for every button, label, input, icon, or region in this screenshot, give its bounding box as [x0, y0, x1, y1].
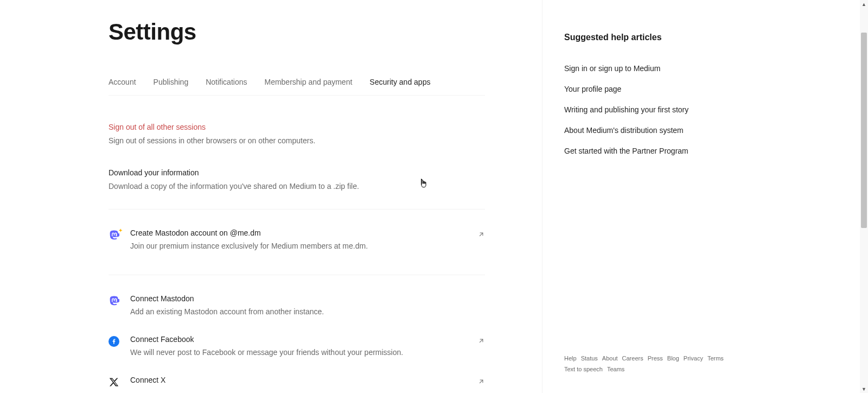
scrollbar-thumb[interactable]	[861, 33, 867, 228]
scrollbar-up-icon[interactable]: ▲	[860, 0, 868, 8]
scrollbar-down-icon[interactable]: ▼	[860, 385, 868, 393]
connect-mastodon-desc: Add an existing Mastodon account from an…	[130, 307, 485, 316]
connect-x-title: Connect X	[130, 376, 485, 384]
tab-notifications[interactable]: Notifications	[206, 78, 247, 86]
connect-x-item[interactable]: Connect X	[108, 376, 485, 389]
help-link-writing[interactable]: Writing and publishing your first story	[564, 105, 868, 114]
connect-facebook-desc: We will never post to Facebook or messag…	[130, 348, 485, 357]
footer-status[interactable]: Status	[581, 355, 598, 362]
download-info-title: Download your information	[108, 168, 485, 177]
tab-account[interactable]: Account	[108, 78, 136, 86]
help-link-sign-in[interactable]: Sign in or sign up to Medium	[564, 64, 868, 73]
help-articles-title: Suggested help articles	[564, 33, 868, 42]
footer-links: Help Status About Careers Press Blog Pri…	[564, 355, 760, 372]
divider	[108, 209, 485, 210]
mastodon-icon	[108, 295, 119, 306]
main-content: Settings Account Publishing Notification…	[0, 0, 542, 393]
tab-membership[interactable]: Membership and payment	[264, 78, 352, 86]
sign-out-sessions-desc: Sign out of sessions in other browsers o…	[108, 136, 485, 147]
footer-terms[interactable]: Terms	[707, 355, 724, 362]
download-info-item[interactable]: Download your information Download a cop…	[108, 168, 485, 192]
external-link-icon	[477, 337, 485, 347]
footer-privacy[interactable]: Privacy	[684, 355, 703, 362]
download-info-desc: Download a copy of the information you'v…	[108, 181, 485, 192]
tab-security-and-apps[interactable]: Security and apps	[369, 78, 430, 86]
connect-mastodon-item[interactable]: Connect Mastodon Add an existing Mastodo…	[108, 294, 485, 316]
connect-facebook-title: Connect Facebook	[130, 335, 485, 344]
scrollbar-track[interactable]: ▲ ▼	[860, 0, 868, 393]
help-links-list: Sign in or sign up to Medium Your profil…	[564, 64, 868, 155]
create-mastodon-desc: Join our premium instance exclusively fo…	[130, 242, 485, 250]
footer-teams[interactable]: Teams	[607, 366, 624, 372]
help-link-partner[interactable]: Get started with the Partner Program	[564, 147, 868, 155]
sign-out-sessions-title: Sign out of all other sessions	[108, 123, 485, 131]
connect-mastodon-title: Connect Mastodon	[130, 294, 485, 303]
create-mastodon-title: Create Mastodon account on @me.dm	[130, 229, 485, 237]
external-link-icon	[477, 378, 485, 388]
sidebar: Suggested help articles Sign in or sign …	[542, 0, 868, 393]
footer-tts[interactable]: Text to speech	[564, 366, 603, 372]
footer-blog[interactable]: Blog	[667, 355, 679, 362]
x-icon	[108, 377, 119, 388]
create-mastodon-item[interactable]: ✦ Create Mastodon account on @me.dm Join…	[108, 229, 485, 250]
divider	[108, 275, 485, 275]
settings-tabs: Account Publishing Notifications Members…	[108, 78, 485, 96]
help-link-distribution[interactable]: About Medium's distribution system	[564, 126, 868, 135]
help-link-profile[interactable]: Your profile page	[564, 85, 868, 93]
mastodon-icon: ✦	[108, 230, 119, 240]
footer-press[interactable]: Press	[648, 355, 663, 362]
footer-careers[interactable]: Careers	[622, 355, 643, 362]
sign-out-sessions-item[interactable]: Sign out of all other sessions Sign out …	[108, 123, 485, 147]
connect-facebook-item[interactable]: Connect Facebook We will never post to F…	[108, 335, 485, 357]
external-link-icon	[477, 231, 485, 240]
sparkle-icon: ✦	[118, 227, 123, 233]
page-title: Settings	[108, 19, 542, 45]
tab-publishing[interactable]: Publishing	[154, 78, 189, 86]
footer-help[interactable]: Help	[564, 355, 577, 362]
facebook-icon	[108, 336, 119, 347]
footer-about[interactable]: About	[602, 355, 618, 362]
